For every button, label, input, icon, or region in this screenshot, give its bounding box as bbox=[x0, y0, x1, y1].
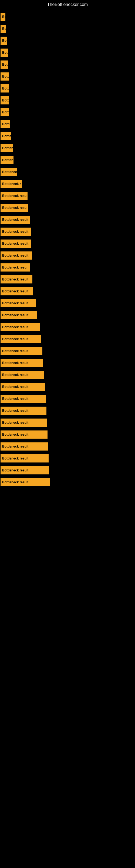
bar-label: Bottleneck resu bbox=[1, 204, 28, 212]
bar-row: Bottle bbox=[1, 130, 135, 142]
bar-label: Bottleneck result bbox=[1, 395, 46, 403]
bar-row: Bottleneck resu bbox=[1, 190, 135, 202]
bar-row: Bottl bbox=[1, 118, 135, 130]
bar-label: Bott bbox=[1, 108, 9, 116]
bar-row: Bo bbox=[1, 23, 135, 35]
bar-row: Bott bbox=[1, 59, 135, 70]
bar-label: Bottlen bbox=[1, 144, 13, 152]
bar-row: Bottleneck result bbox=[1, 381, 135, 393]
bars-container: BoBoBotBottBottBottiBottBottBottBottlBot… bbox=[0, 8, 135, 488]
bar-label: Bottleneck result bbox=[1, 240, 31, 248]
bar-label: Botti bbox=[1, 72, 9, 81]
bar-row: Bottleneck result bbox=[1, 226, 135, 238]
bar-row: Bott bbox=[1, 46, 135, 59]
bar-label: Bottleneck result bbox=[1, 287, 33, 296]
bar-label: Bottleneck result bbox=[1, 299, 36, 307]
bar-row: Bottlen bbox=[1, 154, 135, 166]
bar-row: Bottleneck resu bbox=[1, 202, 135, 214]
bar-row: Bottleneck result bbox=[1, 369, 135, 381]
bar-row: Bottlen bbox=[1, 142, 135, 154]
bar-label: Bottleneck result bbox=[1, 454, 49, 463]
bar-label: Bottleneck r bbox=[1, 180, 22, 188]
bar-label: Bott bbox=[1, 84, 9, 93]
site-title: TheBottlenecker.com bbox=[0, 0, 135, 8]
bar-row: Bottleneck result bbox=[1, 393, 135, 405]
bar-label: Bott bbox=[1, 49, 8, 57]
bar-row: Bott bbox=[1, 106, 135, 118]
bar-row: Bottleneck result bbox=[1, 250, 135, 261]
bar-label: Bottleneck resu bbox=[1, 264, 30, 272]
bar-label: Bottl bbox=[1, 120, 10, 128]
bar-label: Bottleneck result bbox=[1, 431, 48, 439]
bar-row: Bottleneck result bbox=[1, 357, 135, 369]
bar-row: Bottleneck result bbox=[1, 345, 135, 357]
bar-label: Bottlen bbox=[1, 156, 13, 164]
bar-label: Bott bbox=[1, 61, 8, 69]
bar-label: Bottleneck result bbox=[1, 323, 40, 331]
bar-label: Bo bbox=[1, 13, 5, 21]
bar-label: Bottleneck result bbox=[1, 383, 45, 391]
bar-row: Bottleneck result bbox=[1, 429, 135, 440]
bar-label: Bottleneck result bbox=[1, 418, 47, 427]
bar-label: Bottleneck result bbox=[1, 478, 50, 486]
bar-row: Bottleneck result bbox=[1, 309, 135, 321]
bar-row: Bottleneck result bbox=[1, 238, 135, 250]
bar-row: Botti bbox=[1, 70, 135, 83]
bar-label: Bottleneck result bbox=[1, 371, 44, 379]
bar-label: Bottleneck result bbox=[1, 335, 41, 343]
bar-label: Bottleneck result bbox=[1, 466, 49, 474]
bar-row: Bottleneck result bbox=[1, 321, 135, 333]
bar-label: Bottleneck result bbox=[1, 227, 31, 236]
bar-row: Bottleneck result bbox=[1, 273, 135, 285]
bar-row: Bottleneck result bbox=[1, 440, 135, 453]
bar-label: Bottleneck result bbox=[1, 275, 32, 283]
bar-row: Bottleneck resu bbox=[1, 261, 135, 273]
bar-label: Bottleneck result bbox=[1, 359, 43, 367]
bar-row: Bo bbox=[1, 11, 135, 23]
bar-row: Bottleneck result bbox=[1, 416, 135, 429]
bar-label: Bottleneck resu bbox=[1, 192, 28, 200]
bar-row: Bottleneck r bbox=[1, 178, 135, 190]
bar-row: Bottleneck result bbox=[1, 453, 135, 464]
bar-label: Bott bbox=[1, 96, 9, 104]
bar-label: Bottleneck result bbox=[1, 216, 30, 224]
bar-label: Bottlenec bbox=[1, 168, 17, 176]
bar-label: Bo bbox=[1, 25, 6, 33]
bar-row: Bottleneck result bbox=[1, 214, 135, 226]
bar-row: Bottleneck result bbox=[1, 464, 135, 476]
bar-row: Bott bbox=[1, 94, 135, 106]
bar-row: Bottleneck result bbox=[1, 333, 135, 345]
bar-row: Bott bbox=[1, 83, 135, 94]
bar-label: Bot bbox=[1, 37, 7, 45]
bar-label: Bottleneck result bbox=[1, 251, 32, 259]
bar-row: Bottleneck result bbox=[1, 285, 135, 297]
bar-label: Bottleneck result bbox=[1, 442, 48, 451]
bar-label: Bottleneck result bbox=[1, 347, 42, 355]
bar-row: Bottleneck result bbox=[1, 405, 135, 416]
bar-label: Bottle bbox=[1, 132, 11, 140]
bar-row: Bottleneck result bbox=[1, 297, 135, 309]
bar-label: Bottleneck result bbox=[1, 407, 46, 415]
bar-label: Bottleneck result bbox=[1, 311, 37, 319]
bar-row: Bottleneck result bbox=[1, 476, 135, 488]
bar-row: Bot bbox=[1, 35, 135, 46]
bar-row: Bottlenec bbox=[1, 166, 135, 178]
